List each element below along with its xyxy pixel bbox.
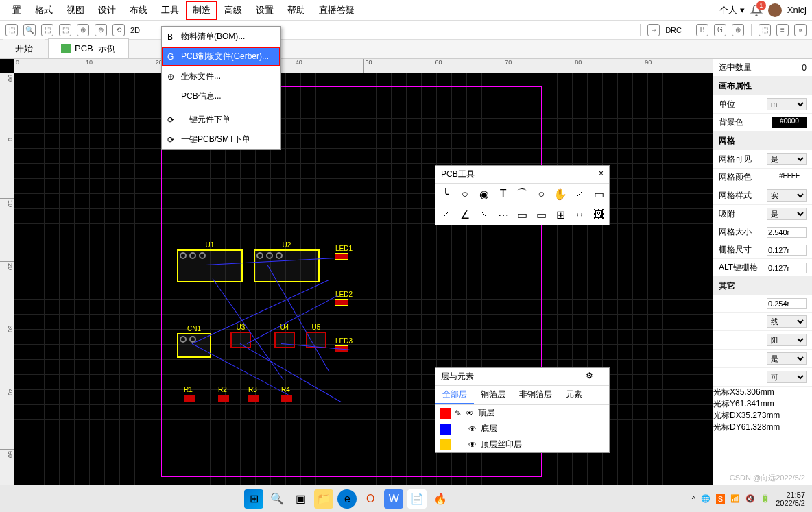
grid-style-select[interactable]: 实: [767, 189, 807, 202]
close-icon[interactable]: ×: [599, 169, 604, 180]
toolbar-button[interactable]: ⬚: [59, 24, 71, 36]
menu-item[interactable]: 直播答疑: [312, 1, 361, 20]
tool-pad-icon[interactable]: ○: [457, 186, 473, 202]
minimize-icon[interactable]: —: [595, 371, 604, 380]
menu-item[interactable]: 设计: [91, 1, 123, 20]
layer-row[interactable]: 👁底层: [435, 421, 609, 437]
user-dropdown[interactable]: 个人 ▾: [719, 4, 745, 16]
dropdown-item-coord[interactable]: ⊕坐标文件...: [162, 66, 280, 86]
search-icon[interactable]: 🔍: [23, 24, 36, 36]
edge-icon[interactable]: e: [337, 489, 357, 509]
tray-globe-icon[interactable]: 🌐: [701, 494, 710, 503]
menu-item[interactable]: 置: [5, 1, 28, 20]
toolbar-2d-label[interactable]: 2D: [130, 26, 140, 34]
tool-track-icon[interactable]: ╰: [438, 186, 453, 202]
toolbar-button[interactable]: ⬚: [759, 24, 771, 36]
tray-chevron-icon[interactable]: ^: [692, 495, 695, 503]
component-u3[interactable]: U3: [230, 332, 251, 348]
other-select[interactable]: 线: [767, 315, 807, 328]
tool-dimension-icon[interactable]: ↔: [572, 207, 587, 222]
gear-icon[interactable]: ⚙: [586, 371, 593, 380]
search-icon[interactable]: 🔍: [267, 489, 287, 509]
dropdown-item-bom[interactable]: B物料清单(BOM)...: [162, 27, 280, 47]
notification-bell-icon[interactable]: 1: [750, 4, 763, 16]
toolbar-button[interactable]: ⬚: [41, 24, 53, 36]
tool-dotted-icon[interactable]: ⋯: [496, 207, 511, 222]
other-select[interactable]: 是: [767, 352, 807, 365]
dropdown-item-order-comp[interactable]: ⟳一键元件下单: [162, 110, 280, 130]
tray-volume-icon[interactable]: 🔇: [745, 494, 755, 503]
app-icon[interactable]: 🔥: [431, 489, 450, 509]
toolbar-button[interactable]: ⊕: [732, 24, 744, 36]
menu-item[interactable]: 视图: [60, 1, 91, 20]
toolbar-button[interactable]: B: [696, 24, 708, 36]
tray-wifi-icon[interactable]: 📶: [730, 494, 740, 503]
toolbar-button[interactable]: →: [647, 24, 660, 36]
tool-angle-icon[interactable]: ∠: [457, 207, 473, 222]
component-u2[interactable]: U2: [254, 249, 320, 282]
menu-item[interactable]: 设置: [249, 1, 280, 20]
layer-row[interactable]: ✎👁顶层: [435, 405, 609, 421]
tool-arc-icon[interactable]: ⌒: [515, 186, 530, 202]
tool-measure-icon[interactable]: ⟋: [572, 186, 587, 202]
start-icon[interactable]: ⊞: [244, 489, 263, 509]
tool-text-icon[interactable]: T: [496, 186, 511, 202]
component-r4[interactable]: R4: [281, 395, 292, 402]
grid-visible-select[interactable]: 是: [767, 153, 807, 165]
tool-circle-icon[interactable]: ○: [534, 186, 549, 202]
toolbar-button[interactable]: ⟲: [112, 24, 125, 36]
clock-time[interactable]: 21:57: [776, 491, 805, 499]
tray-battery-icon[interactable]: 🔋: [761, 494, 770, 503]
bgcolor-input[interactable]: #0000: [772, 117, 807, 128]
layer-tab-noncopper[interactable]: 非铜箔层: [512, 386, 559, 404]
toolbar-button[interactable]: G: [714, 24, 726, 36]
taskview-icon[interactable]: ▣: [291, 489, 310, 509]
other-select[interactable]: 阻: [767, 334, 807, 346]
menu-item[interactable]: 帮助: [280, 1, 312, 20]
component-led2[interactable]: LED2: [335, 299, 348, 306]
tool-rect2-icon[interactable]: ▭: [515, 207, 530, 222]
eye-icon[interactable]: 👁: [468, 440, 477, 450]
component-led1[interactable]: LED1: [335, 253, 348, 260]
office-icon[interactable]: O: [361, 489, 380, 509]
toolbar-button[interactable]: ⬚: [5, 24, 18, 36]
layers-icon[interactable]: ≡: [776, 24, 789, 36]
tool-group-icon[interactable]: ⊞: [553, 207, 568, 222]
alt-raster-input[interactable]: [767, 263, 807, 273]
component-u4[interactable]: U4: [274, 332, 295, 348]
component-r1[interactable]: R1: [184, 395, 195, 402]
dropdown-item-gerber[interactable]: GPCB制板文件(Gerber)...: [162, 47, 280, 66]
tab-home[interactable]: 开始: [3, 39, 45, 58]
tray-ime-icon[interactable]: S: [716, 494, 725, 504]
layer-tab-all[interactable]: 全部层: [435, 386, 474, 404]
tool-rect-icon[interactable]: ▭: [591, 186, 606, 202]
zoom-out-icon[interactable]: ⊖: [95, 24, 107, 36]
component-r3[interactable]: R3: [248, 395, 259, 402]
drc-button[interactable]: DRC: [665, 26, 682, 34]
avatar[interactable]: [768, 3, 782, 17]
layer-row[interactable]: 👁顶层丝印层: [435, 437, 609, 452]
raster-size-input[interactable]: [767, 245, 807, 256]
other-input[interactable]: [767, 298, 807, 309]
dropdown-item-pcbinfo[interactable]: PCB信息...: [162, 86, 280, 106]
tool-via-icon[interactable]: ◉: [477, 186, 492, 202]
tool-move-icon[interactable]: ✋: [553, 186, 568, 202]
menu-item[interactable]: 布线: [123, 1, 154, 20]
menu-item[interactable]: 格式: [28, 1, 60, 20]
component-r2[interactable]: R2: [218, 395, 229, 402]
app-icon[interactable]: 📄: [407, 489, 427, 509]
eye-icon[interactable]: 👁: [468, 424, 477, 434]
explorer-icon[interactable]: 📁: [314, 489, 333, 509]
component-u1[interactable]: U1: [177, 249, 243, 282]
menu-item[interactable]: 高级: [217, 1, 249, 20]
tab-pcb-example[interactable]: PCB_示例: [48, 38, 129, 58]
eye-icon[interactable]: 👁: [466, 409, 474, 418]
layer-tab-elements[interactable]: 元素: [559, 386, 589, 404]
clock-date[interactable]: 2022/5/2: [776, 499, 805, 507]
grid-size-input[interactable]: [767, 227, 807, 238]
tool-line-icon[interactable]: ⟋: [438, 207, 453, 222]
menu-item-manufacture[interactable]: 制造: [186, 1, 217, 20]
grid-color-input[interactable]: #FFFF: [772, 172, 807, 183]
tool-rect3-icon[interactable]: ▭: [534, 207, 549, 222]
share-icon[interactable]: ∝: [794, 24, 807, 36]
